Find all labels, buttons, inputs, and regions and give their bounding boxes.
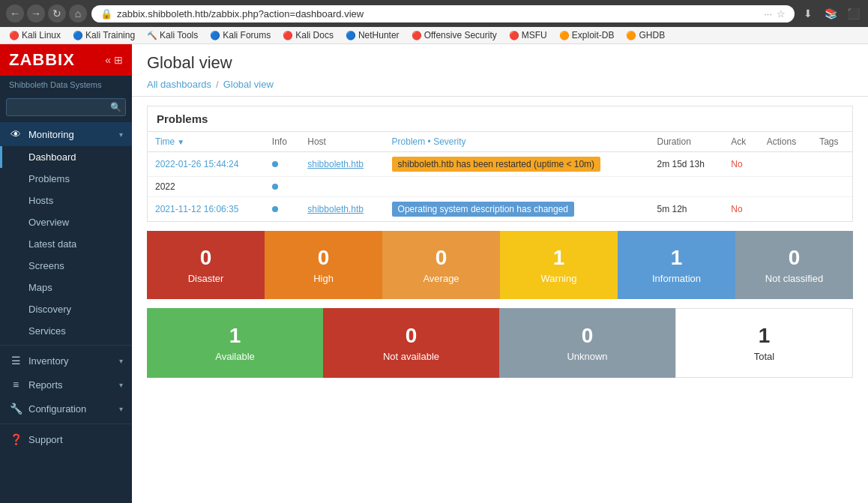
logo-text: ZABBIX [9, 50, 75, 70]
col-info: Info [265, 132, 300, 152]
host-cell-1[interactable]: shibboleth.htb [300, 152, 384, 177]
sidebar-item-configuration[interactable]: 🔧 Configuration ▾ [0, 397, 132, 421]
inventory-arrow-icon: ▾ [119, 357, 123, 365]
time-cell-year: 2022 [148, 177, 265, 197]
bookmark-kali-tools[interactable]: 🔨 Kali Tools [144, 29, 201, 41]
avail-available[interactable]: 1 Available [147, 308, 323, 378]
col-time[interactable]: Time ▼ [148, 132, 265, 152]
col-actions: Actions [759, 132, 812, 152]
actions-cell-1 [759, 152, 812, 177]
severity-boxes: 0 Disaster 0 High 0 Average 1 Warning 1 [147, 231, 853, 299]
sidebar-item-inventory[interactable]: ☰ Inventory ▾ [0, 349, 132, 373]
host-cell-2[interactable]: shibboleth.htb [300, 197, 384, 222]
home-button[interactable]: ⌂ [69, 4, 87, 22]
severity-warning[interactable]: 1 Warning [500, 231, 618, 299]
bookmark-ghdb[interactable]: 🟠 GHDB [623, 29, 668, 41]
bookmark-kali-training[interactable]: 🔵 Kali Training [70, 29, 138, 41]
eye-icon: 👁 [9, 128, 22, 140]
library-icon[interactable]: 📚 [822, 4, 840, 22]
sidebar-item-services[interactable]: Services [0, 320, 132, 342]
bookmark-exploit-db[interactable]: 🟠 Exploit-DB [556, 29, 618, 41]
kali-linux-icon: 🔴 [9, 31, 19, 40]
bookmark-kali-forums[interactable]: 🔵 Kali Forums [207, 29, 274, 41]
severity-disaster[interactable]: 0 Disaster [147, 231, 265, 299]
sidebar-item-overview[interactable]: Overview [0, 211, 132, 233]
severity-information[interactable]: 1 Information [618, 231, 735, 299]
bookmark-nethunter[interactable]: 🔵 NetHunter [343, 29, 403, 41]
sidebar-item-maps[interactable]: Maps [0, 277, 132, 298]
high-label: High [313, 273, 334, 284]
bookmark-kali-docs[interactable]: 🔴 Kali Docs [280, 29, 337, 41]
avail-not-available[interactable]: 0 Not available [323, 308, 499, 378]
severity-average[interactable]: 0 Average [382, 231, 500, 299]
collapse-icon[interactable]: « [105, 54, 111, 66]
kali-training-label: Kali Training [85, 30, 135, 40]
information-count: 1 [671, 246, 683, 270]
avail-unknown[interactable]: 0 Unknown [499, 308, 675, 378]
ack-cell-year [723, 177, 759, 197]
reports-arrow-icon: ▾ [119, 381, 123, 389]
refresh-button[interactable]: ↻ [48, 4, 66, 22]
breadcrumb-current: Global view [223, 79, 274, 90]
avail-total: 1 Total [675, 308, 853, 378]
kali-docs-icon: 🔴 [283, 31, 293, 40]
kali-tools-icon: 🔨 [147, 31, 157, 40]
download-icon[interactable]: ⬇ [799, 4, 817, 22]
app-layout: ZABBIX « ⊞ Shibboleth Data Systems 🔍 👁 M… [0, 44, 868, 503]
col-duration: Duration [649, 132, 723, 152]
high-count: 0 [318, 246, 330, 270]
back-button[interactable]: ← [6, 4, 24, 22]
problems-section: Problems Time ▼ Info Host [147, 106, 853, 222]
sidebar-item-dashboard[interactable]: Dashboard [0, 146, 132, 168]
tags-cell-year [812, 177, 852, 197]
breadcrumb: All dashboards / Global view [147, 79, 853, 90]
breadcrumb-all-dashboards[interactable]: All dashboards [147, 79, 211, 90]
browser-actions: ⬇ 📚 ⬛ [799, 4, 862, 22]
search-icon: 🔍 [110, 102, 121, 112]
sidebar-item-screens[interactable]: Screens [0, 255, 132, 277]
information-label: Information [652, 273, 701, 284]
sidebar-item-support[interactable]: ❓ Support [0, 427, 132, 451]
search-input[interactable] [6, 98, 126, 116]
duration-cell-year [649, 177, 723, 197]
main-content: Global view All dashboards / Global view… [132, 44, 868, 503]
sidebar-item-discovery[interactable]: Discovery [0, 298, 132, 320]
bookmark-kali-linux[interactable]: 🔴 Kali Linux [6, 29, 64, 41]
not-classified-count: 0 [789, 246, 801, 270]
dot-icon-1 [272, 161, 278, 167]
problem-cell-1: shibboleth.htb has been restarted (uptim… [385, 152, 650, 177]
address-bar[interactable]: 🔒 zabbix.shibboleth.htb/zabbix.php?actio… [91, 5, 795, 22]
forward-button[interactable]: → [27, 4, 45, 22]
menu-dots: ··· [764, 8, 772, 19]
unknown-label: Unknown [567, 351, 607, 362]
severity-not-classified[interactable]: 0 Not classified [735, 231, 853, 299]
warning-count: 1 [553, 246, 565, 270]
sidebar-item-problems[interactable]: Problems [0, 168, 132, 190]
average-count: 0 [435, 246, 447, 270]
security-icon: 🔒 [100, 8, 112, 19]
kali-forums-icon: 🔵 [210, 31, 220, 40]
sidebar-item-reports[interactable]: ≡ Reports ▾ [0, 373, 132, 397]
duration-cell-1: 2m 15d 13h [649, 152, 723, 177]
problems-section-title: Problems [148, 106, 852, 132]
ack-cell-2: No [723, 197, 759, 222]
logo-controls: « ⊞ [105, 54, 123, 66]
col-host: Host [300, 132, 384, 152]
msfu-label: MSFU [522, 30, 547, 40]
bookmark-offensive-security[interactable]: 🔴 Offensive Security [409, 29, 500, 41]
expand-icon[interactable]: ⊞ [114, 54, 123, 66]
offensive-security-icon: 🔴 [412, 31, 422, 40]
severity-high[interactable]: 0 High [265, 231, 382, 299]
available-count: 1 [229, 324, 241, 348]
sidebar-item-hosts[interactable]: Hosts [0, 190, 132, 211]
tags-cell-1 [812, 152, 852, 177]
bookmark-msfu[interactable]: 🔴 MSFU [506, 29, 550, 41]
breadcrumb-separator: / [216, 79, 219, 90]
warning-label: Warning [541, 273, 577, 284]
sidebar-item-latest-data[interactable]: Latest data [0, 233, 132, 255]
sidebar-item-monitoring[interactable]: 👁 Monitoring ▾ [0, 122, 132, 146]
configuration-icon: 🔧 [9, 403, 22, 415]
info-cell-year [265, 177, 300, 197]
extensions-icon[interactable]: ⬛ [844, 4, 862, 22]
time-cell-2: 2021-11-12 16:06:35 [148, 197, 265, 222]
